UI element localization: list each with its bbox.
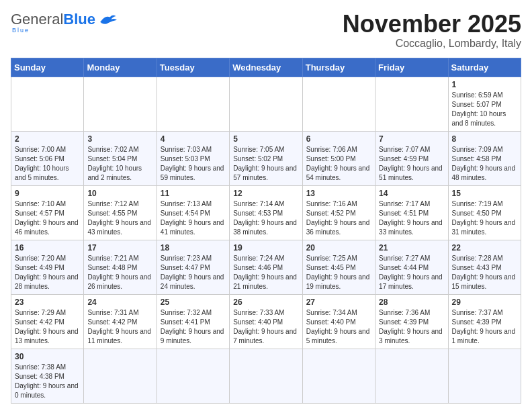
cell-info: Sunrise: 7:29 AM Sunset: 4:42 PM Dayligh… <box>15 308 80 346</box>
cell-info: Sunrise: 7:09 AM Sunset: 4:58 PM Dayligh… <box>452 145 517 183</box>
calendar-cell <box>11 77 84 131</box>
cell-info: Sunrise: 7:12 AM Sunset: 4:55 PM Dayligh… <box>87 199 152 237</box>
calendar-title: November 2025 <box>343 11 521 38</box>
cell-info: Sunrise: 7:02 AM Sunset: 5:04 PM Dayligh… <box>87 145 152 183</box>
cell-info: Sunrise: 7:21 AM Sunset: 4:48 PM Dayligh… <box>87 254 152 291</box>
day-number: 23 <box>15 298 80 307</box>
day-number: 13 <box>306 189 371 198</box>
calendar-cell <box>448 349 521 403</box>
calendar-cell: 25Sunrise: 7:32 AM Sunset: 4:41 PM Dayli… <box>157 294 229 349</box>
cell-info: Sunrise: 7:23 AM Sunset: 4:47 PM Dayligh… <box>161 254 226 291</box>
cell-info: Sunrise: 7:36 AM Sunset: 4:39 PM Dayligh… <box>379 308 444 346</box>
day-number: 21 <box>379 243 444 253</box>
calendar-title-block: November 2025 Coccaglio, Lombardy, Italy <box>343 11 521 50</box>
logo: General Blue Blue <box>11 11 117 34</box>
cell-info: Sunrise: 7:03 AM Sunset: 5:03 PM Dayligh… <box>161 145 226 183</box>
day-number: 11 <box>161 189 226 198</box>
calendar-cell: 13Sunrise: 7:16 AM Sunset: 4:52 PM Dayli… <box>302 185 375 240</box>
calendar-cell: 20Sunrise: 7:25 AM Sunset: 4:45 PM Dayli… <box>302 240 375 294</box>
calendar-cell: 8Sunrise: 7:09 AM Sunset: 4:58 PM Daylig… <box>448 131 521 185</box>
cell-info: Sunrise: 7:20 AM Sunset: 4:49 PM Dayligh… <box>15 254 80 291</box>
calendar-cell <box>302 349 375 403</box>
day-number: 9 <box>15 189 80 198</box>
cell-info: Sunrise: 7:37 AM Sunset: 4:39 PM Dayligh… <box>452 308 517 346</box>
cell-info: Sunrise: 7:25 AM Sunset: 4:45 PM Dayligh… <box>306 254 371 291</box>
calendar-cell: 4Sunrise: 7:03 AM Sunset: 5:03 PM Daylig… <box>157 131 229 185</box>
cell-info: Sunrise: 7:16 AM Sunset: 4:52 PM Dayligh… <box>306 199 371 237</box>
day-number: 19 <box>233 243 298 253</box>
cell-info: Sunrise: 7:00 AM Sunset: 5:06 PM Dayligh… <box>15 145 80 183</box>
calendar-cell: 2Sunrise: 7:00 AM Sunset: 5:06 PM Daylig… <box>11 131 84 185</box>
cell-info: Sunrise: 7:34 AM Sunset: 4:40 PM Dayligh… <box>306 308 371 346</box>
calendar-cell: 24Sunrise: 7:31 AM Sunset: 4:42 PM Dayli… <box>84 294 157 349</box>
calendar-week-row: 9Sunrise: 7:10 AM Sunset: 4:57 PM Daylig… <box>11 185 521 240</box>
weekday-header-monday: Monday <box>84 58 157 77</box>
calendar-week-row: 16Sunrise: 7:20 AM Sunset: 4:49 PM Dayli… <box>11 240 521 294</box>
calendar-week-row: 2Sunrise: 7:00 AM Sunset: 5:06 PM Daylig… <box>11 131 521 185</box>
day-number: 7 <box>379 134 444 144</box>
calendar-cell: 27Sunrise: 7:34 AM Sunset: 4:40 PM Dayli… <box>302 294 375 349</box>
cell-info: Sunrise: 7:14 AM Sunset: 4:53 PM Dayligh… <box>233 199 298 237</box>
cell-info: Sunrise: 7:38 AM Sunset: 4:38 PM Dayligh… <box>15 363 80 400</box>
day-number: 20 <box>306 243 371 253</box>
calendar-cell: 16Sunrise: 7:20 AM Sunset: 4:49 PM Dayli… <box>11 240 84 294</box>
day-number: 5 <box>233 134 298 144</box>
cell-info: Sunrise: 7:28 AM Sunset: 4:43 PM Dayligh… <box>452 254 517 291</box>
calendar-week-row: 1Sunrise: 6:59 AM Sunset: 5:07 PM Daylig… <box>11 77 521 131</box>
day-number: 17 <box>87 243 152 253</box>
cell-info: Sunrise: 7:07 AM Sunset: 4:59 PM Dayligh… <box>379 145 444 183</box>
calendar-cell: 12Sunrise: 7:14 AM Sunset: 4:53 PM Dayli… <box>230 185 302 240</box>
cell-info: Sunrise: 7:19 AM Sunset: 4:50 PM Dayligh… <box>452 199 517 237</box>
cell-info: Sunrise: 7:05 AM Sunset: 5:02 PM Dayligh… <box>233 145 298 183</box>
day-number: 18 <box>161 243 226 253</box>
weekday-header-wednesday: Wednesday <box>230 58 302 77</box>
cell-info: Sunrise: 7:33 AM Sunset: 4:40 PM Dayligh… <box>233 308 298 346</box>
day-number: 29 <box>452 298 517 307</box>
weekday-header-saturday: Saturday <box>448 58 521 77</box>
calendar-table: SundayMondayTuesdayWednesdayThursdayFrid… <box>11 58 521 404</box>
calendar-cell: 21Sunrise: 7:27 AM Sunset: 4:44 PM Dayli… <box>375 240 448 294</box>
calendar-cell: 30Sunrise: 7:38 AM Sunset: 4:38 PM Dayli… <box>11 349 84 403</box>
logo-bird-icon <box>98 12 117 27</box>
calendar-cell <box>84 349 157 403</box>
calendar-cell <box>230 77 302 131</box>
calendar-subtitle: Coccaglio, Lombardy, Italy <box>343 38 521 50</box>
logo-general: General <box>11 11 63 28</box>
calendar-cell: 7Sunrise: 7:07 AM Sunset: 4:59 PM Daylig… <box>375 131 448 185</box>
day-number: 10 <box>87 189 152 198</box>
day-number: 25 <box>161 298 226 307</box>
weekday-header-thursday: Thursday <box>302 58 375 77</box>
logo-subtitle: Blue <box>12 27 30 34</box>
calendar-cell: 6Sunrise: 7:06 AM Sunset: 5:00 PM Daylig… <box>302 131 375 185</box>
day-number: 2 <box>15 134 80 144</box>
calendar-cell <box>375 77 448 131</box>
weekday-header-row: SundayMondayTuesdayWednesdayThursdayFrid… <box>11 58 521 77</box>
cell-info: Sunrise: 7:10 AM Sunset: 4:57 PM Dayligh… <box>15 199 80 237</box>
calendar-cell: 9Sunrise: 7:10 AM Sunset: 4:57 PM Daylig… <box>11 185 84 240</box>
day-number: 26 <box>233 298 298 307</box>
calendar-cell: 10Sunrise: 7:12 AM Sunset: 4:55 PM Dayli… <box>84 185 157 240</box>
calendar-cell: 15Sunrise: 7:19 AM Sunset: 4:50 PM Dayli… <box>448 185 521 240</box>
calendar-cell: 23Sunrise: 7:29 AM Sunset: 4:42 PM Dayli… <box>11 294 84 349</box>
calendar-cell: 18Sunrise: 7:23 AM Sunset: 4:47 PM Dayli… <box>157 240 229 294</box>
cell-info: Sunrise: 6:59 AM Sunset: 5:07 PM Dayligh… <box>452 91 517 128</box>
cell-info: Sunrise: 7:27 AM Sunset: 4:44 PM Dayligh… <box>379 254 444 291</box>
day-number: 12 <box>233 189 298 198</box>
calendar-cell <box>230 349 302 403</box>
day-number: 3 <box>87 134 152 144</box>
day-number: 6 <box>306 134 371 144</box>
calendar-cell: 17Sunrise: 7:21 AM Sunset: 4:48 PM Dayli… <box>84 240 157 294</box>
calendar-cell: 29Sunrise: 7:37 AM Sunset: 4:39 PM Dayli… <box>448 294 521 349</box>
day-number: 1 <box>452 80 517 89</box>
calendar-cell: 26Sunrise: 7:33 AM Sunset: 4:40 PM Dayli… <box>230 294 302 349</box>
cell-info: Sunrise: 7:31 AM Sunset: 4:42 PM Dayligh… <box>87 308 152 346</box>
day-number: 24 <box>87 298 152 307</box>
cell-info: Sunrise: 7:24 AM Sunset: 4:46 PM Dayligh… <box>233 254 298 291</box>
day-number: 22 <box>452 243 517 253</box>
calendar-cell: 11Sunrise: 7:13 AM Sunset: 4:54 PM Dayli… <box>157 185 229 240</box>
day-number: 8 <box>452 134 517 144</box>
page-header: General Blue Blue November 2025 Coccagli… <box>11 11 521 50</box>
day-number: 30 <box>15 352 80 361</box>
calendar-week-row: 30Sunrise: 7:38 AM Sunset: 4:38 PM Dayli… <box>11 349 521 403</box>
calendar-cell <box>84 77 157 131</box>
